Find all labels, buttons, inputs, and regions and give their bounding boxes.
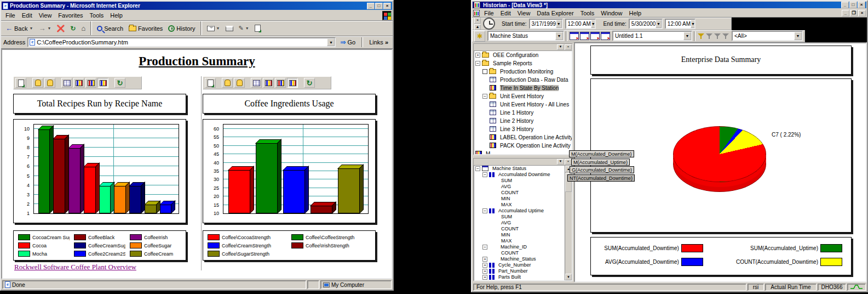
expander-icon[interactable]: − [482,208,487,213]
tree-item[interactable]: MIN [474,196,565,202]
address-dropdown-icon[interactable]: ▼ [327,38,335,46]
back-button[interactable]: ← Back ▼ [3,24,35,33]
delete-view-icon[interactable] [601,32,610,40]
tree-item[interactable]: Production Monitoring [474,67,572,76]
dataset-combo[interactable]: Machine Status ▼ [487,31,564,41]
menu-item-help[interactable]: Help [625,9,645,17]
back-dropdown-icon[interactable]: ▼ [29,26,33,30]
forward-dropdown-icon[interactable]: ▼ [47,26,51,30]
export-new-button[interactable] [44,78,55,88]
dropdown-icon[interactable]: ▼ [683,32,691,40]
minimize-button[interactable]: _ [841,2,849,8]
discuss-button[interactable] [252,24,263,33]
tree-item[interactable]: COUNT [474,190,565,196]
menu-item-tools[interactable]: Tools [87,12,107,19]
dropdown-icon[interactable]: ▼ [691,20,695,28]
tree-item[interactable]: +Parts Built [474,274,565,280]
menu-item-window[interactable]: Window [597,9,625,17]
dropdown-icon[interactable]: ▼ [794,32,802,40]
copy-data-button[interactable] [15,78,26,88]
tree-item[interactable]: COUNT [474,250,565,256]
tree-item[interactable]: M [474,150,572,154]
menu-item-help[interactable]: Help [107,12,126,19]
historian-titlebar[interactable]: Historian - [Data View3 *] _ □ × [473,2,866,8]
panel-close-icon[interactable]: × [565,44,572,50]
start-time-combo[interactable]: 12:00 AM ▼ [565,19,596,29]
menu-item-view[interactable]: View [36,12,55,19]
export-button[interactable] [222,78,233,88]
new-trend-icon[interactable] [570,32,579,40]
home-button[interactable]: ⌂ [79,23,88,33]
menu-item-edit[interactable]: Edit [497,9,514,17]
expander-icon[interactable]: + [475,53,480,58]
start-date-combo[interactable]: 3/17/1999 ▼ [529,19,563,29]
edit-button[interactable]: ✎▼ [237,24,251,33]
tree-item[interactable]: LABEL Operation Line Activity [474,133,572,142]
expander-icon[interactable]: − [475,61,480,66]
mail-button[interactable]: ▼ [205,25,222,32]
maximize-button[interactable]: □ [375,3,383,9]
toolbar-close-button[interactable]: × [474,18,481,24]
favorites-button[interactable]: Favorites [127,24,165,33]
menu-item-tools[interactable]: Tools [577,9,598,17]
tree-item[interactable]: SUM [474,214,565,220]
search-button[interactable]: Search [95,24,125,33]
ie-titlebar[interactable]: Production Summary - Microsoft Internet … [2,2,392,10]
dropdown-icon[interactable]: ▼ [591,20,596,28]
tree-item[interactable]: Unit Event History - All Lines [474,100,572,109]
maximize-button[interactable]: □ [849,2,857,8]
dropdown-icon[interactable]: ▼ [656,20,662,28]
filter-combo[interactable]: <All> ▼ [732,31,803,41]
expander-icon[interactable]: + [482,263,487,268]
view-name-combo[interactable]: Untitled 1.1 ▼ [612,31,692,41]
tree-item[interactable]: SUM [474,178,565,184]
expander-icon[interactable]: − [482,94,487,99]
checkbox-icon[interactable] [482,69,487,74]
panel-menu-icon[interactable]: ▼ [557,159,564,165]
links-button[interactable]: Links » [367,38,390,47]
expander-icon[interactable]: − [475,166,480,171]
print-button[interactable] [223,25,235,32]
menu-item-file[interactable]: File [481,9,497,17]
export-button[interactable] [32,78,43,88]
tree-item[interactable]: COUNT [474,226,565,232]
tree-item[interactable]: Production Data - Raw Data [474,76,572,84]
new-query-button[interactable]: ✱ [474,31,485,42]
stop-button[interactable]: ❌ [54,24,67,33]
table-view-button[interactable] [61,78,72,88]
tree-item[interactable]: +Part_Number [474,268,565,274]
chart-3d-view-button[interactable] [97,78,108,88]
scroll-down-icon[interactable]: ▼ [565,274,572,280]
clear-filter-icon[interactable] [722,33,729,39]
tree-item[interactable]: −Unit Event History [474,92,572,100]
close-button[interactable]: × [858,2,865,8]
expander-icon[interactable]: + [482,269,487,274]
menu-item-edit[interactable]: Edit [19,12,36,19]
tree-item[interactable]: MAX [474,202,565,208]
tree-item[interactable]: PACK Operation Line Activity [474,142,572,150]
tree-item[interactable]: AVG [474,184,565,190]
dropdown-icon[interactable]: ▼ [555,32,563,40]
expander-icon[interactable]: + [482,257,487,262]
new-filter-icon[interactable] [698,33,705,39]
tree-item[interactable]: Line 1 History [474,109,572,117]
child-minimize-button[interactable]: _ [842,10,849,16]
menu-item-favorites[interactable]: Favorites [55,12,86,19]
tree-item[interactable]: −Accumulated Uptime [474,208,565,214]
export-new-button[interactable] [234,78,245,88]
save-view-icon[interactable] [590,32,600,40]
scrollbar[interactable]: ▲ ▼ [565,166,572,280]
tree-item[interactable]: −Machine Status [474,166,565,172]
tree-item[interactable]: −Sample Reports [474,59,572,67]
expander-icon[interactable]: + [482,275,487,280]
menu-item-file[interactable]: File [2,12,19,19]
menu-item-view[interactable]: View [514,9,534,17]
edit-filter-icon[interactable] [714,33,721,39]
chart-view-button[interactable] [85,78,96,88]
child-restore-button[interactable]: ❐ [850,10,858,16]
child-close-button[interactable]: × [858,10,866,16]
bar-view-button[interactable] [73,78,84,88]
refresh-button[interactable]: ↻ [68,24,78,33]
tree-item[interactable]: Line 3 History [474,125,572,133]
tree-item[interactable]: MAX [474,238,565,244]
